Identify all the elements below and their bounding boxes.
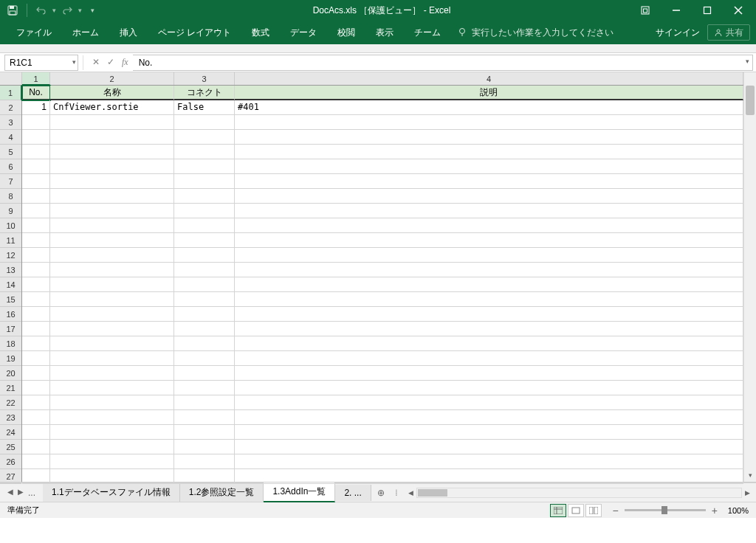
cell-connect[interactable]: False [174, 100, 235, 115]
row-header-4[interactable]: 4 [0, 130, 21, 145]
cell[interactable] [22, 410, 50, 425]
cell[interactable] [50, 159, 174, 174]
cell[interactable] [174, 189, 235, 204]
cell[interactable] [50, 425, 174, 440]
cell[interactable] [235, 189, 743, 204]
row-header-27[interactable]: 27 [0, 469, 21, 484]
cell[interactable] [50, 410, 174, 425]
row-header-9[interactable]: 9 [0, 204, 21, 218]
cell[interactable] [22, 336, 50, 351]
row-header-1[interactable]: 1 [0, 86, 21, 100]
col-header-3[interactable]: 3 [174, 72, 235, 85]
save-icon[interactable] [6, 4, 19, 17]
zoom-out-icon[interactable]: − [612, 505, 618, 516]
cell-no-header[interactable]: No. [22, 86, 50, 100]
cell[interactable] [22, 454, 50, 469]
cell[interactable] [174, 263, 235, 277]
cell[interactable] [50, 336, 174, 351]
cell[interactable] [50, 263, 174, 277]
cell[interactable] [174, 248, 235, 263]
cell[interactable] [235, 440, 743, 454]
tab-page-layout[interactable]: ページ レイアウト [148, 21, 241, 44]
cell[interactable] [174, 366, 235, 381]
cell[interactable] [235, 204, 743, 218]
cell-connect-header[interactable]: コネクト [174, 86, 235, 100]
scroll-down-icon[interactable]: ▾ [744, 470, 756, 480]
cell-desc-header[interactable]: 説明 [235, 86, 743, 100]
cell[interactable] [235, 130, 743, 145]
cell[interactable] [50, 351, 174, 366]
cell[interactable] [22, 204, 50, 218]
name-box[interactable]: R1C1 ▾ [4, 55, 78, 71]
cell[interactable] [22, 277, 50, 292]
horizontal-scrollbar[interactable] [416, 488, 742, 498]
cell[interactable] [174, 292, 235, 307]
ribbon-options-icon[interactable] [630, 2, 660, 18]
spreadsheet-grid[interactable]: 1 2 3 4 12345678910111213141516171819202… [0, 72, 756, 483]
cell[interactable] [50, 189, 174, 204]
cell[interactable] [235, 351, 743, 366]
row-header-18[interactable]: 18 [0, 336, 21, 351]
row-header-3[interactable]: 3 [0, 115, 21, 130]
cell[interactable] [174, 454, 235, 469]
row-header-16[interactable]: 16 [0, 307, 21, 322]
cell[interactable] [50, 454, 174, 469]
row-header-25[interactable]: 25 [0, 440, 21, 454]
row-header-24[interactable]: 24 [0, 425, 21, 440]
cell[interactable] [22, 130, 50, 145]
page-layout-view-icon[interactable] [568, 504, 584, 517]
share-button[interactable]: 共有 [707, 24, 750, 41]
cell[interactable] [174, 115, 235, 130]
row-header-22[interactable]: 22 [0, 395, 21, 410]
cell[interactable] [174, 440, 235, 454]
cell[interactable] [174, 159, 235, 174]
undo-dropdown-icon[interactable]: ▾ [52, 7, 56, 14]
cell[interactable] [22, 189, 50, 204]
sheet-tab-ref-list[interactable]: 1.2参照設定一覧 [180, 483, 264, 502]
zoom-level[interactable]: 100% [728, 506, 749, 515]
tell-me-search[interactable]: 実行したい作業を入力してください [457, 27, 614, 39]
cell[interactable] [22, 233, 50, 248]
expand-formula-icon[interactable]: ▾ [746, 58, 749, 65]
cell[interactable] [174, 218, 235, 233]
formula-input[interactable]: No. ▾ [133, 55, 753, 71]
cell[interactable] [50, 292, 174, 307]
cell[interactable] [174, 130, 235, 145]
cell[interactable] [235, 366, 743, 381]
cell[interactable] [22, 248, 50, 263]
cell[interactable] [50, 469, 174, 484]
cell[interactable] [174, 277, 235, 292]
cell[interactable] [22, 218, 50, 233]
col-header-2[interactable]: 2 [50, 72, 174, 85]
hscroll-thumb[interactable] [418, 489, 447, 497]
close-icon[interactable] [724, 2, 753, 18]
cell[interactable] [50, 366, 174, 381]
row-header-15[interactable]: 15 [0, 292, 21, 307]
cell[interactable] [50, 248, 174, 263]
vertical-scrollbar[interactable]: ▾ [743, 72, 756, 482]
cell[interactable] [50, 381, 174, 395]
chevron-down-icon[interactable]: ▾ [72, 58, 76, 66]
cell[interactable] [174, 469, 235, 484]
cell[interactable] [235, 263, 743, 277]
cell[interactable] [50, 204, 174, 218]
add-sheet-icon[interactable]: ⊕ [371, 488, 391, 498]
vscroll-thumb[interactable] [746, 86, 755, 115]
row-header-13[interactable]: 13 [0, 263, 21, 277]
cell[interactable] [174, 351, 235, 366]
cell[interactable] [174, 307, 235, 322]
cell[interactable] [22, 469, 50, 484]
sheet-tab-more[interactable]: 2. ... [335, 485, 371, 501]
cell[interactable] [174, 410, 235, 425]
normal-view-icon[interactable] [550, 504, 566, 517]
tab-team[interactable]: チーム [404, 21, 451, 44]
cell[interactable] [235, 145, 743, 159]
cell[interactable] [22, 263, 50, 277]
cell[interactable] [235, 410, 743, 425]
sheet-tab-db-info[interactable]: 1.1データベースファイル情報 [43, 483, 180, 502]
cell[interactable] [235, 322, 743, 336]
maximize-icon[interactable] [693, 2, 722, 18]
hscroll-right-icon[interactable]: ▶ [745, 489, 750, 497]
cell[interactable] [174, 145, 235, 159]
tab-formulas[interactable]: 数式 [241, 21, 280, 44]
